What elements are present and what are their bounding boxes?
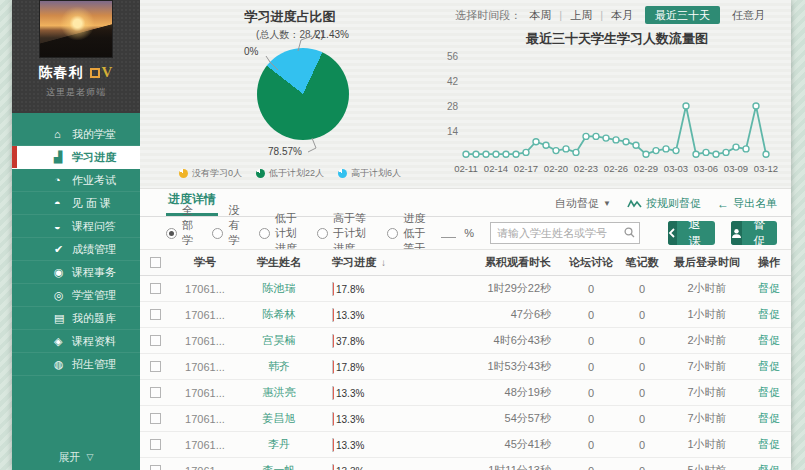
- time-option-3[interactable]: 本月: [603, 7, 641, 23]
- plan-marker: [333, 335, 334, 347]
- sidebar-item-my-school[interactable]: ⌂我的学堂: [12, 123, 140, 146]
- sort-desc-icon[interactable]: ↓: [381, 257, 386, 268]
- urge-link[interactable]: 督促: [747, 333, 791, 348]
- svg-text:02-11: 02-11: [454, 163, 478, 174]
- student-id: 17061...: [170, 465, 240, 470]
- sidebar-item-label: 课程资料: [72, 334, 116, 349]
- pie-graphic[interactable]: [257, 48, 349, 140]
- urge-link[interactable]: 督促: [747, 281, 791, 296]
- auto-urge-dropdown[interactable]: 自动督促 ▼: [555, 196, 611, 211]
- rule-urge-button[interactable]: 按规则督促: [627, 196, 701, 211]
- sidebar-item-course-affairs[interactable]: ◉课程事务: [12, 261, 140, 284]
- student-name-link[interactable]: 李一帆: [240, 463, 318, 470]
- urge-link[interactable]: 督促: [747, 307, 791, 322]
- legend-pie-icon: [179, 169, 188, 178]
- course-material-icon: ◈: [54, 335, 72, 348]
- row-checkbox[interactable]: [150, 387, 161, 398]
- drop-course-button[interactable]: 退课: [668, 221, 714, 245]
- time-filter-label: 选择时间段：: [455, 8, 521, 23]
- percent-suffix: %: [464, 227, 474, 239]
- time-filter-options: 本周|上周|本月最近三十天任意月: [521, 8, 773, 23]
- col-action: 操作: [747, 255, 791, 270]
- pulse-icon: [627, 199, 642, 209]
- user-name-row: 陈春利V: [12, 64, 140, 82]
- row-checkbox[interactable]: [150, 465, 161, 470]
- sidebar-item-grade-manage[interactable]: ✔成绩管理: [12, 238, 140, 261]
- forum-count: 0: [565, 387, 617, 399]
- pie-legend-item[interactable]: 低于计划22人: [256, 167, 324, 180]
- row-checkbox[interactable]: [150, 335, 161, 346]
- urge-link[interactable]: 督促: [747, 463, 791, 470]
- forum-count: 0: [565, 309, 617, 321]
- search-input[interactable]: [490, 222, 640, 244]
- row-checkbox[interactable]: [150, 413, 161, 424]
- sidebar-item-homework-exam[interactable]: ◔作业考试: [12, 169, 140, 192]
- student-name-link[interactable]: 李丹: [240, 437, 318, 452]
- svg-text:14: 14: [447, 126, 459, 137]
- watch-time: 47分6秒: [460, 307, 565, 322]
- pie-label-green: 78.57%: [268, 146, 302, 157]
- select-all-checkbox[interactable]: [150, 257, 161, 268]
- sidebar-item-course-qa[interactable]: ◒课程问答: [12, 215, 140, 238]
- progress-table: 学号 学生姓名 学习进度 ↓ 累积观看时长 论坛讨论 笔记数 最后登录时间 操作…: [140, 249, 791, 470]
- watch-time: 4时6分43秒: [460, 333, 565, 348]
- time-option-4[interactable]: 最近三十天: [645, 6, 720, 24]
- urge-link[interactable]: 督促: [747, 359, 791, 374]
- forum-count: 0: [565, 439, 617, 451]
- sidebar-item-meeting-class[interactable]: ◓见 面 课: [12, 192, 140, 215]
- forum-count: 0: [565, 361, 617, 373]
- pie-legend-item[interactable]: 没有学习0人: [179, 167, 242, 180]
- urge-link[interactable]: 督促: [747, 411, 791, 426]
- user-avatar[interactable]: [39, 0, 113, 58]
- student-id: 17061...: [170, 309, 240, 321]
- row-checkbox[interactable]: [150, 309, 161, 320]
- time-option-5[interactable]: 任意月: [724, 7, 773, 23]
- time-option-1[interactable]: 本周: [521, 7, 559, 23]
- caret-down-icon: ▼: [603, 199, 611, 208]
- progress-bar: 13.3%: [332, 308, 334, 322]
- sidebar-menu: ⌂我的学堂▟学习进度◔作业考试◓见 面 课◒课程问答✔成绩管理◉课程事务◎学堂管…: [12, 113, 140, 438]
- row-checkbox[interactable]: [150, 283, 161, 294]
- home-icon: ⌂: [54, 128, 72, 140]
- sidebar-item-enrollment[interactable]: ◍招生管理: [12, 353, 140, 376]
- sidebar-item-learning-progress[interactable]: ▟学习进度: [12, 146, 140, 169]
- percent-input[interactable]: [441, 228, 456, 238]
- watch-time: 1时53分43秒: [460, 359, 565, 374]
- sidebar-item-school-manage[interactable]: ◎学堂管理: [12, 284, 140, 307]
- svg-text:02-14: 02-14: [484, 163, 508, 174]
- col-watch-time: 累积观看时长: [460, 255, 565, 270]
- urge-link[interactable]: 督促: [747, 385, 791, 400]
- row-checkbox[interactable]: [150, 361, 161, 372]
- sidebar-item-course-material[interactable]: ◈课程资料: [12, 330, 140, 353]
- row-checkbox[interactable]: [150, 439, 161, 450]
- watch-time: 45分41秒: [460, 437, 565, 452]
- time-option-2[interactable]: 上周: [562, 7, 600, 23]
- urge-button[interactable]: 督促: [731, 221, 777, 245]
- pie-legend-item[interactable]: 高于计划6人: [338, 167, 401, 180]
- pie-chart-subtitle: (总人数：28人): [140, 28, 440, 42]
- col-progress[interactable]: 学习进度 ↓: [318, 255, 460, 270]
- student-name-link[interactable]: 陈池瑞: [240, 281, 318, 296]
- student-name-link[interactable]: 姜昌旭: [240, 411, 318, 426]
- student-name-link[interactable]: 惠洪亮: [240, 385, 318, 400]
- sidebar-item-label: 我的题库: [72, 311, 116, 326]
- school-manage-icon: ◎: [54, 289, 72, 302]
- progress-bar: 37.8%: [332, 334, 334, 348]
- urge-link[interactable]: 督促: [747, 437, 791, 452]
- student-name-link[interactable]: 陈希林: [240, 307, 318, 322]
- watch-time: 48分19秒: [460, 385, 565, 400]
- sidebar-item-question-bank[interactable]: ▤我的题库: [12, 307, 140, 330]
- sidebar-expand-button[interactable]: 展开 ▽: [12, 444, 140, 470]
- last-login: 7小时前: [667, 385, 747, 400]
- notes-count: 0: [617, 387, 667, 399]
- sidebar-item-label: 我的学堂: [72, 127, 116, 142]
- export-list-button[interactable]: ← 导出名单: [717, 196, 777, 211]
- sidebar-item-label: 招生管理: [72, 357, 116, 372]
- chevron-left-icon: [668, 221, 676, 245]
- last-login: 5小时前: [667, 463, 747, 470]
- student-name-link[interactable]: 韩齐: [240, 359, 318, 374]
- line-chart-svg[interactable]: 5642281402-1102-1402-1702-2002-2302-2602…: [442, 46, 788, 186]
- progress-value: 17.8%: [336, 361, 364, 374]
- search-icon: [624, 227, 635, 238]
- student-name-link[interactable]: 宫昊楠: [240, 333, 318, 348]
